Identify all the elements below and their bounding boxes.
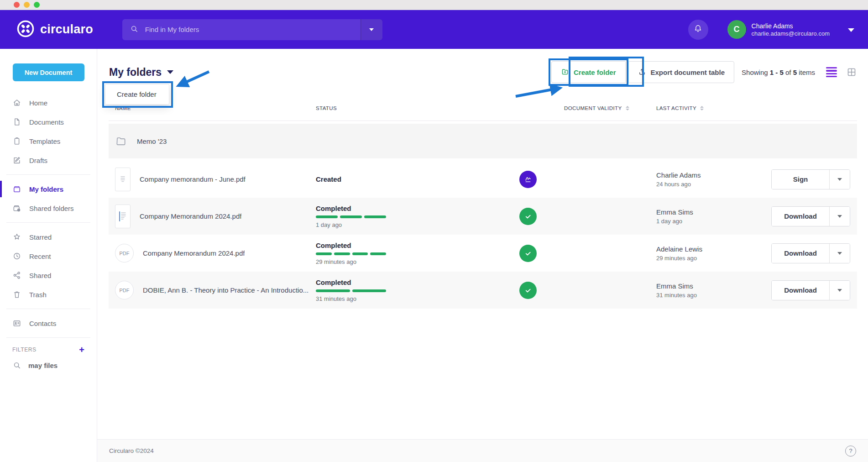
- sidebar-item-home[interactable]: Home: [0, 93, 97, 112]
- column-header-status[interactable]: STATUS: [316, 105, 516, 111]
- row-action-button-group: Download: [771, 243, 850, 263]
- status-time: 1 day ago: [316, 221, 516, 228]
- signature-pending-icon[interactable]: [519, 171, 537, 188]
- table-row: PDF DOBIE, Ann B. - Theory into Practice…: [109, 272, 857, 309]
- page-title: My folders: [109, 66, 162, 79]
- sidebar-item-trash[interactable]: Trash: [0, 285, 97, 304]
- user-menu[interactable]: C Charlie Adams charlie.adams@circularo.…: [727, 20, 854, 39]
- sidebar-item-label: Shared folders: [29, 205, 74, 212]
- sidebar-item-shared[interactable]: Shared: [0, 266, 97, 285]
- sidebar-item-label: Starred: [29, 233, 52, 241]
- status-label: Completed: [316, 205, 516, 212]
- validity-cell: [516, 282, 656, 299]
- search-scope-dropdown[interactable]: [361, 19, 382, 40]
- action-dropdown-button[interactable]: [829, 244, 850, 263]
- export-document-table-button[interactable]: Export document table: [628, 61, 735, 83]
- circularo-logo-icon: [16, 20, 35, 40]
- search-icon: [12, 361, 21, 370]
- sidebar-item-starred[interactable]: Starred: [0, 227, 97, 247]
- sidebar-item-drafts[interactable]: Drafts: [0, 151, 97, 170]
- sidebar-item-templates[interactable]: Templates: [0, 131, 97, 151]
- valid-check-icon[interactable]: [519, 208, 537, 225]
- documents-table: NAME STATUS DOCUMENT VALIDITY LAST ACTIV…: [109, 95, 857, 309]
- sidebar-item-label: Trash: [29, 291, 47, 299]
- valid-check-icon[interactable]: [519, 245, 537, 262]
- circularo-logo[interactable]: circularo: [16, 20, 93, 40]
- notifications-button[interactable]: [688, 20, 708, 40]
- add-filter-button[interactable]: +: [79, 345, 84, 354]
- row-action-button-group: Download: [771, 206, 850, 226]
- document-icon: [12, 117, 21, 126]
- column-header-document-validity[interactable]: DOCUMENT VALIDITY: [516, 105, 656, 111]
- last-activity-cell: Charlie Adams 24 hours ago: [656, 171, 771, 188]
- action-dropdown-button[interactable]: [829, 281, 850, 300]
- sign-button[interactable]: Sign: [772, 170, 829, 189]
- pencil-square-icon: [12, 156, 21, 165]
- document-name[interactable]: DOBIE, Ann B. - Theory into Practice - A…: [143, 286, 309, 294]
- last-activity-cell: Emma Sims 1 day ago: [656, 208, 771, 225]
- sidebar-item-shared-folders[interactable]: Shared folders: [0, 199, 97, 218]
- avatar: C: [727, 20, 746, 39]
- document-name[interactable]: Company Memorandum 2024.pdf: [140, 212, 241, 220]
- new-document-button[interactable]: New Document: [13, 63, 84, 81]
- document-name[interactable]: Company memorandum - June.pdf: [140, 175, 246, 183]
- valid-check-icon[interactable]: [519, 282, 537, 299]
- status-cell: Completed 29 minutes ago: [316, 242, 516, 265]
- copyright-text: Circularo ©2024: [109, 447, 154, 454]
- help-button[interactable]: ?: [845, 446, 856, 457]
- column-header-name[interactable]: NAME: [109, 105, 316, 111]
- validity-cell: [516, 208, 656, 225]
- document-name[interactable]: Company Memorandum 2024.pdf: [143, 249, 245, 257]
- activity-time: 29 minutes ago: [656, 255, 771, 262]
- activity-user: Adelaine Lewis: [656, 245, 771, 253]
- window-close-button[interactable]: [14, 2, 20, 8]
- activity-user: Emma Sims: [656, 282, 771, 290]
- export-icon: [638, 68, 646, 77]
- status-time: 29 minutes ago: [316, 258, 516, 265]
- chevron-down-icon: [167, 70, 173, 74]
- sidebar-item-documents[interactable]: Documents: [0, 112, 97, 131]
- sidebar-item-contacts[interactable]: Contacts: [0, 314, 97, 333]
- sidebar: New Document Home Documents: [0, 49, 97, 462]
- sidebar-item-recent[interactable]: Recent: [0, 247, 97, 266]
- search-input[interactable]: [145, 26, 361, 33]
- action-dropdown-button[interactable]: [829, 207, 850, 226]
- status-time: 31 minutes ago: [316, 295, 516, 302]
- sidebar-item-label: Drafts: [29, 157, 47, 164]
- table-row: Company memorandum - June.pdf Created Ch…: [109, 161, 857, 198]
- sidebar-item-label: Templates: [29, 137, 60, 145]
- sidebar-divider: [6, 174, 90, 175]
- download-button[interactable]: Download: [772, 281, 829, 300]
- create-folder-button[interactable]: Create folder: [551, 61, 626, 83]
- page-title-dropdown[interactable]: My folders: [109, 66, 173, 79]
- sidebar-item-label: Home: [29, 99, 47, 107]
- download-button[interactable]: Download: [772, 207, 829, 226]
- sidebar-item-label: Recent: [29, 252, 51, 260]
- clock-icon: [12, 252, 21, 261]
- validity-cell: [516, 245, 656, 262]
- saved-filter-may-files[interactable]: may files: [0, 361, 97, 370]
- grid-view-toggle[interactable]: [846, 67, 857, 78]
- create-folder-menu-item[interactable]: Create folder: [105, 84, 169, 105]
- sort-icon: [700, 106, 704, 110]
- pdf-file-icon: PDF: [115, 281, 134, 299]
- folder-row-memo-23[interactable]: Memo '23: [109, 124, 857, 158]
- column-header-last-activity[interactable]: LAST ACTIVITY: [656, 105, 771, 111]
- activity-user: Charlie Adams: [656, 171, 771, 179]
- bell-icon: [693, 24, 703, 35]
- contact-card-icon: [12, 319, 21, 328]
- signing-progress-bar: [316, 289, 386, 292]
- activity-time: 1 day ago: [656, 218, 771, 225]
- sidebar-item-my-folders[interactable]: My folders: [0, 179, 97, 199]
- filters-heading: FILTERS: [12, 346, 37, 353]
- user-email: charlie.adams@circularo.com: [752, 30, 830, 37]
- download-button[interactable]: Download: [772, 244, 829, 263]
- window-zoom-button[interactable]: [34, 2, 40, 8]
- window-minimize-button[interactable]: [24, 2, 30, 8]
- action-dropdown-button[interactable]: [829, 170, 850, 189]
- list-view-toggle[interactable]: [826, 67, 837, 78]
- table-row: Company Memorandum 2024.pdf Completed 1 …: [109, 198, 857, 235]
- activity-time: 31 minutes ago: [656, 292, 771, 299]
- share-icon: [12, 271, 21, 280]
- app-header: circularo C Charlie Adams charlie.adams@…: [0, 10, 868, 49]
